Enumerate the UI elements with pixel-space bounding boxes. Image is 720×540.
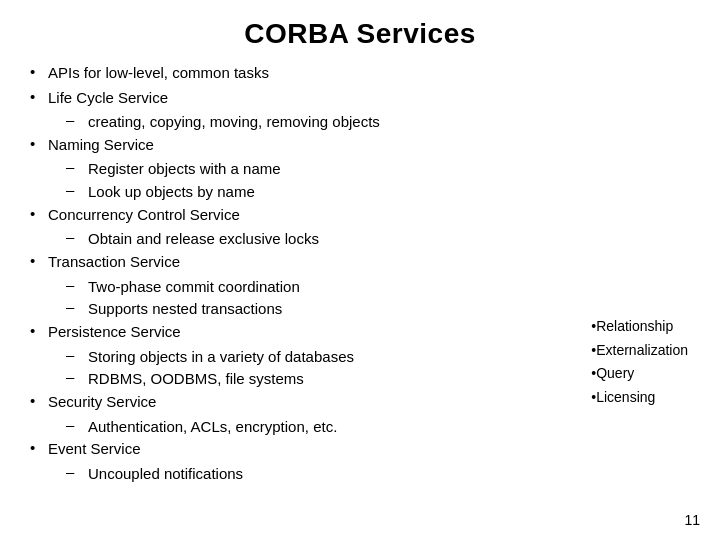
sub-dash: – (66, 158, 88, 175)
bullet-dot: • (30, 63, 48, 80)
sub-text: RDBMS, OODBMS, file systems (88, 368, 304, 390)
sub-dash: – (66, 298, 88, 315)
bullet-dot: • (30, 205, 48, 222)
sub-text: Register objects with a name (88, 158, 281, 180)
sub-item: –Uncoupled notifications (66, 463, 690, 485)
sub-dash: – (66, 181, 88, 198)
bullet-item: •Event Service (30, 438, 690, 461)
bullet-text: Security Service (48, 391, 156, 414)
sub-dash: – (66, 416, 88, 433)
sub-item: –Obtain and release exclusive locks (66, 228, 690, 250)
bullet-item: •Concurrency Control Service (30, 204, 690, 227)
bullet-dot: • (30, 88, 48, 105)
sub-text: Authentication, ACLs, encryption, etc. (88, 416, 337, 438)
bullet-text: Life Cycle Service (48, 87, 168, 110)
sub-text: Storing objects in a variety of database… (88, 346, 354, 368)
sub-dash: – (66, 228, 88, 245)
bullet-text: Transaction Service (48, 251, 180, 274)
bullet-item: •APIs for low-level, common tasks (30, 62, 690, 85)
bullet-text: APIs for low-level, common tasks (48, 62, 269, 85)
bullet-text: Event Service (48, 438, 141, 461)
sub-text: Obtain and release exclusive locks (88, 228, 319, 250)
sub-item: –Two-phase commit coordination (66, 276, 690, 298)
bullet-text: Persistence Service (48, 321, 181, 344)
bullet-dot: • (30, 135, 48, 152)
sub-text: creating, copying, moving, removing obje… (88, 111, 380, 133)
sub-dash: – (66, 111, 88, 128)
bullet-dot: • (30, 392, 48, 409)
sub-text: Uncoupled notifications (88, 463, 243, 485)
right-box-item: •Externalization (591, 339, 688, 363)
bullet-text: Concurrency Control Service (48, 204, 240, 227)
right-box-item: •Query (591, 362, 688, 386)
sub-item: –Authentication, ACLs, encryption, etc. (66, 416, 690, 438)
sub-text: Supports nested transactions (88, 298, 282, 320)
bullet-dot: • (30, 322, 48, 339)
sub-text: Two-phase commit coordination (88, 276, 300, 298)
sub-dash: – (66, 463, 88, 480)
sub-dash: – (66, 346, 88, 363)
bullet-text: Naming Service (48, 134, 154, 157)
right-box: •Relationship•Externalization•Query•Lice… (591, 315, 688, 410)
bullet-dot: • (30, 439, 48, 456)
sub-item: –Look up objects by name (66, 181, 690, 203)
sub-item: –Register objects with a name (66, 158, 690, 180)
bullet-dot: • (30, 252, 48, 269)
sub-dash: – (66, 276, 88, 293)
right-box-item: •Licensing (591, 386, 688, 410)
slide-title: CORBA Services (30, 18, 690, 50)
sub-text: Look up objects by name (88, 181, 255, 203)
sub-dash: – (66, 368, 88, 385)
bullet-item: •Naming Service (30, 134, 690, 157)
slide: CORBA Services •APIs for low-level, comm… (0, 0, 720, 540)
slide-number: 11 (684, 512, 700, 528)
sub-item: –creating, copying, moving, removing obj… (66, 111, 690, 133)
bullet-item: •Transaction Service (30, 251, 690, 274)
right-box-item: •Relationship (591, 315, 688, 339)
content-area: •APIs for low-level, common tasks•Life C… (30, 62, 690, 486)
bullet-item: •Life Cycle Service (30, 87, 690, 110)
